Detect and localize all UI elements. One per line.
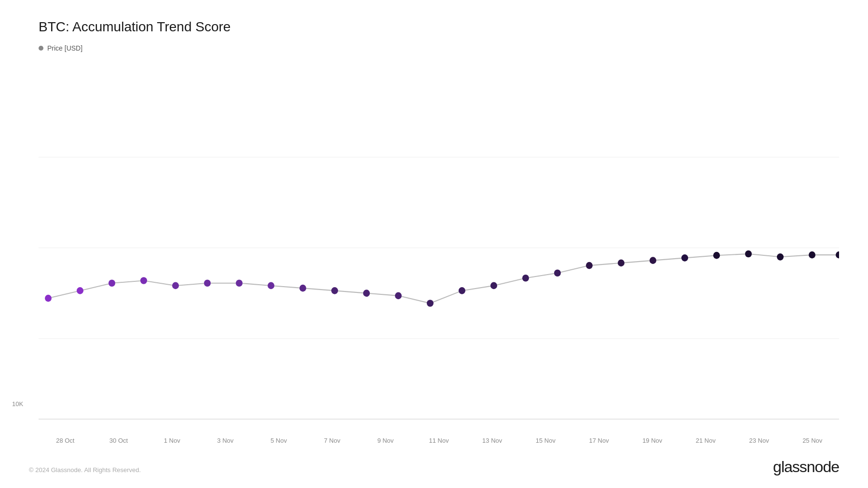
data-point <box>586 262 593 269</box>
data-point <box>140 277 147 284</box>
x-label-13nov: 13 Nov <box>465 437 519 444</box>
y-axis-label-10k: 10K <box>12 400 23 408</box>
data-point <box>395 292 402 300</box>
x-label-19nov: 19 Nov <box>625 437 679 444</box>
x-label-23nov: 23 Nov <box>732 437 786 444</box>
x-label-3nov: 3 Nov <box>199 437 252 444</box>
data-point <box>745 251 752 258</box>
data-point <box>777 253 784 261</box>
data-point <box>713 252 720 259</box>
data-point <box>236 279 243 287</box>
data-point <box>77 287 83 294</box>
footer-copyright: © 2024 Glassnode. All Rights Reserved. <box>29 466 141 474</box>
data-point <box>331 287 338 294</box>
data-point <box>268 282 274 290</box>
x-label-9nov: 9 Nov <box>359 437 412 444</box>
data-point <box>299 285 306 292</box>
chart-title: BTC: Accumulation Trend Score <box>39 19 839 35</box>
x-label-17nov: 17 Nov <box>572 437 626 444</box>
data-point <box>681 254 688 262</box>
glassnode-logo: glassnode <box>773 458 839 476</box>
x-label-7nov: 7 Nov <box>305 437 359 444</box>
x-axis-labels: 28 Oct 30 Oct 1 Nov 3 Nov 5 Nov 7 Nov 9 … <box>39 437 839 444</box>
data-point <box>172 282 179 290</box>
x-label-1nov: 1 Nov <box>145 437 199 444</box>
x-label-5nov: 5 Nov <box>252 437 306 444</box>
chart-legend: Price [USD] <box>39 44 839 52</box>
x-label-28oct: 28 Oct <box>39 437 92 444</box>
legend-label: Price [USD] <box>47 44 82 52</box>
data-point <box>490 282 497 290</box>
legend-dot <box>39 46 43 51</box>
chart-svg: 10K <box>39 66 839 429</box>
data-point <box>554 269 561 277</box>
data-point <box>650 257 656 264</box>
chart-container: BTC: Accumulation Trend Score Price [USD… <box>0 0 868 488</box>
x-label-30oct: 30 Oct <box>92 437 146 444</box>
data-point <box>618 260 624 267</box>
chart-area: 10K <box>39 66 839 429</box>
data-point <box>459 287 465 294</box>
x-label-11nov: 11 Nov <box>412 437 466 444</box>
data-point <box>204 279 211 287</box>
chart-line <box>48 254 839 303</box>
data-point <box>809 251 815 259</box>
data-point <box>836 251 839 259</box>
x-label-21nov: 21 Nov <box>679 437 732 444</box>
x-label-15nov: 15 Nov <box>519 437 572 444</box>
data-point <box>108 279 115 287</box>
data-point <box>522 275 529 282</box>
data-point <box>427 300 434 307</box>
data-point <box>363 290 370 297</box>
x-label-25nov: 25 Nov <box>786 437 839 444</box>
data-point <box>45 295 52 302</box>
